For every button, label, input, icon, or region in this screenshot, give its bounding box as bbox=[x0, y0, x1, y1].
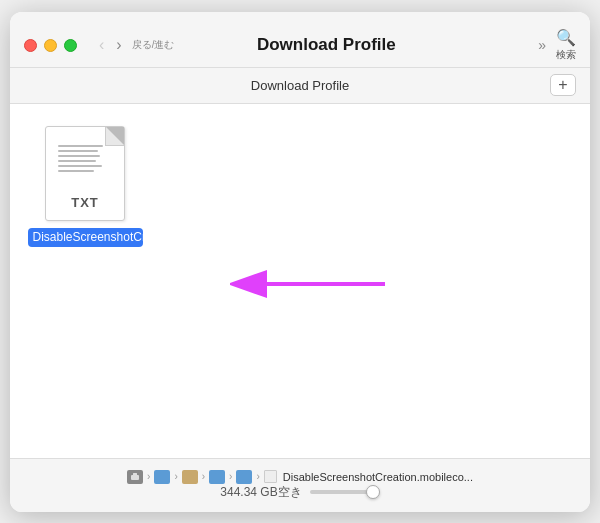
finder-window: ‹ › 戻る/進む Download Profile » 🔍 検索 Downlo… bbox=[10, 12, 590, 512]
file-item[interactable]: TXT DisableScreenshotCreatio...ileconfig bbox=[30, 124, 140, 248]
path-chevron: › bbox=[256, 471, 259, 482]
breadcrumb-text: Download Profile bbox=[50, 78, 550, 93]
window-title: Download Profile bbox=[114, 35, 538, 55]
maximize-button[interactable] bbox=[64, 39, 77, 52]
file-icon-wrapper: TXT bbox=[40, 124, 130, 224]
path-chevron: › bbox=[174, 471, 177, 482]
disk-space-text: 344.34 GB空き bbox=[220, 484, 301, 501]
arrow-annotation bbox=[230, 234, 390, 328]
minimize-button[interactable] bbox=[44, 39, 57, 52]
file-line bbox=[58, 155, 100, 157]
svg-marker-4 bbox=[184, 473, 196, 482]
add-button[interactable]: + bbox=[550, 74, 576, 96]
path-chevron: › bbox=[229, 471, 232, 482]
path-folder-3-icon[interactable] bbox=[236, 470, 252, 484]
path-filename: DisableScreenshotCreation.mobileco... bbox=[283, 471, 473, 483]
path-chevron: › bbox=[147, 471, 150, 482]
file-name-label: DisableScreenshotCreatio...ileconfig bbox=[28, 228, 143, 248]
close-button[interactable] bbox=[24, 39, 37, 52]
path-bar: › › › › › DisableScreenshotCreation. bbox=[113, 470, 487, 484]
file-line bbox=[58, 160, 96, 162]
file-icon: TXT bbox=[45, 126, 125, 221]
file-type-badge: TXT bbox=[71, 195, 99, 210]
main-content: TXT DisableScreenshotCreatio...ileconfig bbox=[10, 104, 590, 458]
path-disk-icon[interactable] bbox=[127, 470, 143, 484]
path-folder-2-icon[interactable] bbox=[209, 470, 225, 484]
search-button[interactable]: 🔍 検索 bbox=[556, 28, 576, 62]
breadcrumb-bar: Download Profile + bbox=[10, 68, 590, 104]
search-label: 検索 bbox=[556, 48, 576, 62]
file-line bbox=[58, 150, 98, 152]
traffic-lights bbox=[24, 39, 77, 52]
forward-arrows-icon[interactable]: » bbox=[538, 37, 546, 53]
disk-space-bar: 344.34 GB空き bbox=[220, 484, 379, 501]
path-home-icon[interactable] bbox=[182, 470, 198, 484]
titlebar: ‹ › 戻る/進む Download Profile » 🔍 検索 bbox=[10, 12, 590, 68]
file-line bbox=[58, 170, 94, 172]
toolbar-right: » 🔍 検索 bbox=[538, 28, 576, 62]
path-file-icon bbox=[264, 470, 277, 483]
file-lines bbox=[58, 145, 108, 172]
search-icon: 🔍 bbox=[556, 28, 576, 47]
path-folder-1-icon[interactable] bbox=[154, 470, 170, 484]
back-button[interactable]: ‹ bbox=[95, 35, 108, 55]
slider-thumb bbox=[366, 485, 380, 499]
statusbar: › › › › › DisableScreenshotCreation. bbox=[10, 458, 590, 512]
file-line bbox=[58, 165, 102, 167]
svg-rect-3 bbox=[133, 473, 137, 476]
file-line bbox=[58, 145, 103, 147]
path-chevron: › bbox=[202, 471, 205, 482]
storage-slider[interactable] bbox=[310, 490, 380, 494]
